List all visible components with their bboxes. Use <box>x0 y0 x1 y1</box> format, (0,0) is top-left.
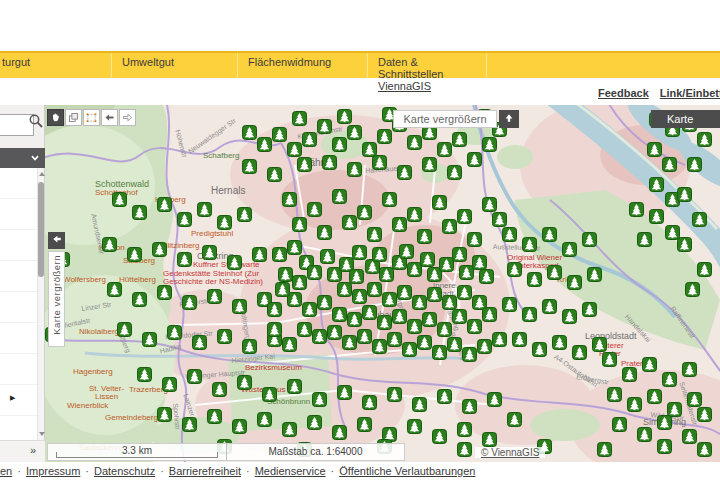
tree-marker[interactable] <box>682 429 697 444</box>
tree-marker[interactable] <box>167 325 182 340</box>
tree-marker[interactable] <box>420 252 435 267</box>
tree-marker[interactable] <box>112 192 127 207</box>
tree-marker[interactable] <box>297 322 312 337</box>
tree-marker[interactable] <box>337 109 352 124</box>
tree-marker[interactable] <box>627 397 642 412</box>
footer-link[interactable]: en <box>0 465 12 477</box>
tree-marker[interactable] <box>257 412 272 427</box>
scrollbar-thumb[interactable] <box>38 182 44 277</box>
tree-marker[interactable] <box>612 417 627 432</box>
tree-marker[interactable] <box>357 417 372 432</box>
tree-marker[interactable] <box>482 307 497 322</box>
tree-marker[interactable] <box>332 189 347 204</box>
tree-marker[interactable] <box>357 205 372 220</box>
tree-marker[interactable] <box>662 372 677 387</box>
tree-marker[interactable] <box>237 207 252 222</box>
tree-marker[interactable] <box>227 255 242 270</box>
tree-marker[interactable] <box>107 282 122 297</box>
tree-marker[interactable] <box>492 332 507 347</box>
tree-marker[interactable] <box>447 337 462 352</box>
tree-marker[interactable] <box>197 202 212 217</box>
tree-marker[interactable] <box>637 427 652 442</box>
tree-marker[interactable] <box>267 167 282 182</box>
zoom-extent-icon[interactable] <box>83 109 100 126</box>
tree-marker[interactable] <box>362 395 377 410</box>
tree-marker[interactable] <box>332 307 347 322</box>
tree-marker[interactable] <box>397 165 412 180</box>
tree-marker[interactable] <box>342 335 357 350</box>
tree-marker[interactable] <box>642 357 657 372</box>
tree-marker[interactable] <box>262 387 277 402</box>
tree-marker[interactable] <box>697 407 712 422</box>
tree-marker[interactable] <box>302 132 317 147</box>
tree-marker[interactable] <box>275 282 290 297</box>
tree-marker[interactable] <box>442 295 457 310</box>
tree-marker[interactable] <box>437 142 452 157</box>
tree-marker[interactable] <box>302 302 317 317</box>
footer-link[interactable]: Impressum <box>26 465 80 477</box>
tree-marker[interactable] <box>657 415 672 430</box>
tree-marker[interactable] <box>587 267 602 282</box>
list-item[interactable] <box>0 323 38 354</box>
tree-marker[interactable] <box>602 352 617 367</box>
tree-marker[interactable] <box>157 407 172 422</box>
tree-marker[interactable] <box>357 329 372 344</box>
tree-marker[interactable] <box>282 192 297 207</box>
tree-marker[interactable] <box>647 389 662 404</box>
tree-marker[interactable] <box>432 345 447 360</box>
tree-marker[interactable] <box>629 202 644 217</box>
tree-marker[interactable] <box>477 339 492 354</box>
tree-marker[interactable] <box>392 309 407 324</box>
tree-marker[interactable] <box>562 242 577 257</box>
tree-marker[interactable] <box>377 129 392 144</box>
tree-marker[interactable] <box>697 132 712 147</box>
footer-link[interactable]: Barrierefreiheit <box>169 465 241 477</box>
tree-marker[interactable] <box>452 247 467 262</box>
sidebar-collapse-bar[interactable] <box>0 148 45 168</box>
tree-marker[interactable] <box>452 309 467 324</box>
tree-marker[interactable] <box>272 247 287 262</box>
tree-marker[interactable] <box>452 132 467 147</box>
tree-marker[interactable] <box>432 429 447 444</box>
tree-marker[interactable] <box>332 425 347 440</box>
tree-marker[interactable] <box>282 337 297 352</box>
tree-marker[interactable] <box>412 295 427 310</box>
map-enlarge-tab[interactable]: Karte vergrößern <box>48 251 65 347</box>
tree-marker[interactable] <box>212 382 227 397</box>
pan-tool-icon[interactable] <box>47 109 64 126</box>
list-item[interactable] <box>0 385 38 416</box>
tree-marker[interactable] <box>657 439 672 454</box>
tree-marker[interactable] <box>242 339 257 354</box>
tree-marker[interactable] <box>267 322 282 337</box>
tree-marker[interactable] <box>142 332 157 347</box>
quicklink[interactable]: Link/Einbetten <box>660 87 720 99</box>
tree-marker[interactable] <box>337 282 352 297</box>
list-item[interactable] <box>0 354 38 385</box>
tree-marker[interactable] <box>662 157 677 172</box>
tree-marker[interactable] <box>422 157 437 172</box>
list-item[interactable] <box>0 261 38 292</box>
tree-marker[interactable] <box>397 285 412 300</box>
tree-marker[interactable] <box>372 155 387 170</box>
tree-marker[interactable] <box>442 219 457 234</box>
tree-marker[interactable] <box>367 227 382 242</box>
sidebar-scrollbar[interactable] <box>37 168 44 440</box>
tree-marker[interactable] <box>407 207 422 222</box>
tree-marker[interactable] <box>347 162 362 177</box>
tree-marker[interactable] <box>542 299 557 314</box>
tree-marker[interactable] <box>317 295 332 310</box>
tree-marker[interactable] <box>182 295 197 310</box>
tree-marker[interactable] <box>292 111 307 126</box>
tree-marker[interactable] <box>332 137 347 152</box>
tree-marker[interactable] <box>677 187 692 202</box>
tree-marker[interactable] <box>182 417 197 432</box>
tree-marker[interactable] <box>352 289 367 304</box>
tree-marker[interactable] <box>467 152 482 167</box>
tree-marker[interactable] <box>692 212 707 227</box>
tree-marker[interactable] <box>202 245 217 260</box>
tree-marker[interactable] <box>547 265 562 280</box>
tree-marker[interactable] <box>217 329 232 344</box>
tree-marker[interactable] <box>502 227 517 242</box>
tree-marker[interactable] <box>567 275 582 290</box>
tree-marker[interactable] <box>607 387 622 402</box>
